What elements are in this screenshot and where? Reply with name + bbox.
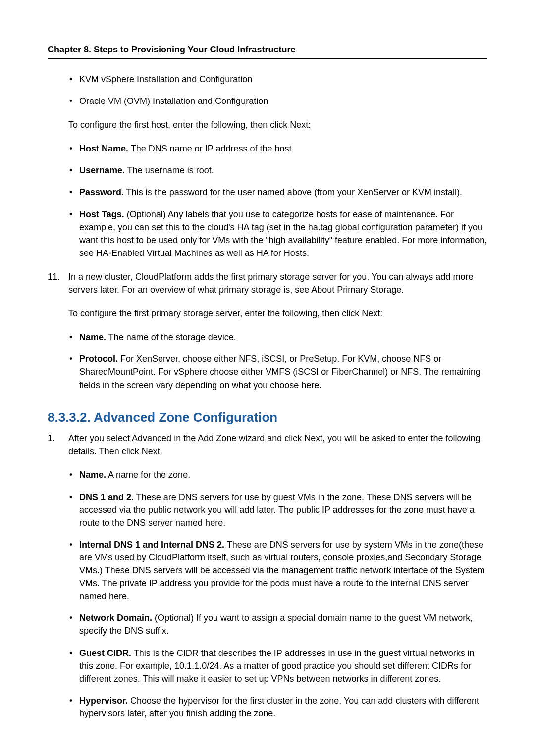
storage-fields-list: Name. The name of the storage device. Pr…: [68, 331, 487, 391]
list-item: Internal DNS 1 and Internal DNS 2. These…: [68, 538, 487, 603]
numbered-steps: 11. In a new cluster, CloudPlatform adds…: [48, 270, 487, 392]
advanced-zone-steps: 1. After you select Advanced in the Add …: [48, 432, 487, 720]
step-11: 11. In a new cluster, CloudPlatform adds…: [48, 270, 487, 392]
field-label: DNS 1 and 2.: [79, 492, 134, 502]
list-item: Name. A name for the zone.: [68, 468, 487, 481]
field-label: Internal DNS 1 and Internal DNS 2.: [79, 540, 224, 550]
field-text: (Optional) Any labels that you use to ca…: [79, 209, 487, 258]
list-item: Name. The name of the storage device.: [68, 331, 487, 344]
list-item: DNS 1 and 2. These are DNS servers for u…: [68, 491, 487, 529]
field-label: Guest CIDR.: [79, 648, 131, 658]
field-label: Password.: [79, 187, 124, 197]
list-item: Network Domain. (Optional) If you want t…: [68, 611, 487, 637]
field-text: This is the password for the user named …: [124, 187, 462, 197]
list-item: Oracle VM (OVM) Installation and Configu…: [68, 95, 487, 107]
host-fields-list: Host Name. The DNS name or IP address of…: [68, 142, 487, 259]
field-text: The DNS name or IP address of the host.: [128, 144, 294, 153]
paragraph: To configure the first host, enter the f…: [68, 118, 487, 131]
field-label: Host Tags.: [79, 209, 124, 219]
field-text: Choose the hypervisor for the first clus…: [79, 696, 479, 718]
section-heading: 8.3.3.2. Advanced Zone Configuration: [48, 408, 487, 427]
main-content: KVM vSphere Installation and Configurati…: [48, 73, 487, 756]
field-label: Host Name.: [79, 144, 128, 153]
step-number: 1.: [48, 432, 55, 445]
list-item: Username. The username is root.: [68, 164, 487, 177]
install-list: KVM vSphere Installation and Configurati…: [68, 73, 487, 107]
field-label: Protocol.: [79, 354, 118, 364]
field-text: For XenServer, choose either NFS, iSCSI,…: [79, 354, 481, 390]
list-item-text: KVM vSphere Installation and Configurati…: [79, 74, 252, 84]
field-text: A name for the zone.: [106, 470, 190, 480]
list-item: Host Tags. (Optional) Any labels that yo…: [68, 208, 487, 259]
field-text: The username is root.: [125, 165, 214, 175]
list-item: Hypervisor. Choose the hypervisor for th…: [68, 694, 487, 720]
field-label: Username.: [79, 165, 125, 175]
list-item: Protocol. For XenServer, choose either N…: [68, 353, 487, 391]
list-item: Host Name. The DNS name or IP address of…: [68, 142, 487, 155]
zone-fields-list: Name. A name for the zone. DNS 1 and 2. …: [68, 468, 487, 720]
field-label: Hypervisor.: [79, 696, 128, 706]
field-text: This is the CIDR that describes the IP a…: [79, 648, 475, 684]
continuation-block: KVM vSphere Installation and Configurati…: [68, 73, 487, 259]
paragraph: To configure the first primary storage s…: [68, 307, 487, 320]
list-item: Password. This is the password for the u…: [68, 186, 487, 199]
field-text: These are DNS servers for use by guest V…: [79, 492, 475, 528]
field-label: Network Domain.: [79, 613, 152, 623]
list-item: KVM vSphere Installation and Configurati…: [68, 73, 487, 86]
field-text: The name of the storage device.: [106, 332, 236, 342]
step-1: 1. After you select Advanced in the Add …: [48, 432, 487, 720]
paragraph: After you select Advanced in the Add Zon…: [68, 432, 487, 457]
list-item: Guest CIDR. This is the CIDR that descri…: [68, 647, 487, 685]
step-number: 11.: [48, 270, 60, 283]
chapter-header: Chapter 8. Steps to Provisioning Your Cl…: [48, 45, 487, 59]
list-item-text: Oracle VM (OVM) Installation and Configu…: [79, 96, 268, 106]
field-label: Name.: [79, 332, 106, 342]
paragraph: In a new cluster, CloudPlatform adds the…: [68, 270, 487, 296]
field-label: Name.: [79, 470, 106, 480]
